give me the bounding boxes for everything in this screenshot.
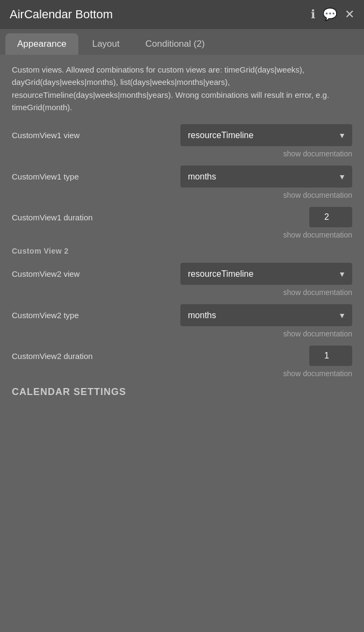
calendar-settings-label: CALENDAR SETTINGS [12, 386, 352, 398]
customview2-type-label: CustomView2 type [12, 311, 79, 320]
customview1-type-select[interactable]: months days weeks years [180, 166, 352, 188]
header: AirCalendar Bottom ℹ 💬 ✕ [0, 0, 364, 29]
comment-icon[interactable]: 💬 [323, 8, 337, 21]
customview1-view-row: CustomView1 view resourceTimeline timeGr… [12, 124, 352, 146]
customview2-section-label: Custom View 2 [12, 247, 352, 255]
info-icon[interactable]: ℹ [311, 8, 315, 21]
customview2-duration-row: CustomView2 duration [12, 346, 352, 366]
description-text: Custom views. Allowed combinations for c… [12, 63, 352, 113]
customview1-duration-input[interactable] [309, 207, 352, 227]
customview1-view-label: CustomView1 view [12, 131, 79, 140]
customview2-duration-doc-link[interactable]: show documentation [12, 369, 352, 378]
customview1-duration-control [180, 207, 352, 227]
header-icons: ℹ 💬 ✕ [311, 8, 354, 21]
customview2-view-row: CustomView2 view resourceTimeline timeGr… [12, 263, 352, 285]
tabs-bar: Appearance Layout Conditional (2) [0, 29, 364, 55]
customview1-view-doc-link[interactable]: show documentation [12, 149, 352, 158]
customview2-view-select[interactable]: resourceTimeline timeGrid dayGrid list [180, 263, 352, 285]
customview1-view-select[interactable]: resourceTimeline timeGrid dayGrid list [180, 124, 352, 146]
customview2-view-label: CustomView2 view [12, 269, 79, 278]
customview2-duration-input[interactable] [309, 346, 352, 366]
close-icon[interactable]: ✕ [345, 8, 354, 21]
customview1-type-doc-link[interactable]: show documentation [12, 191, 352, 199]
customview1-type-label: CustomView1 type [12, 172, 79, 181]
customview2-type-select-wrapper: months days weeks years ▼ [180, 304, 352, 326]
customview1-view-select-wrapper: resourceTimeline timeGrid dayGrid list ▼ [180, 124, 352, 146]
customview1-type-row: CustomView1 type months days weeks years… [12, 166, 352, 188]
customview2-duration-control [180, 346, 352, 366]
customview2-type-doc-link[interactable]: show documentation [12, 329, 352, 338]
content-area: Custom views. Allowed combinations for c… [0, 55, 364, 632]
customview2-view-select-wrapper: resourceTimeline timeGrid dayGrid list ▼ [180, 263, 352, 285]
customview2-type-row: CustomView2 type months days weeks years… [12, 304, 352, 326]
panel-title: AirCalendar Bottom [10, 8, 113, 21]
tab-conditional[interactable]: Conditional (2) [134, 33, 217, 55]
customview2-type-select[interactable]: months days weeks years [180, 304, 352, 326]
customview1-duration-doc-link[interactable]: show documentation [12, 231, 352, 239]
customview2-duration-label: CustomView2 duration [12, 351, 93, 361]
customview2-view-doc-link[interactable]: show documentation [12, 288, 352, 297]
panel: AirCalendar Bottom ℹ 💬 ✕ Appearance Layo… [0, 0, 364, 632]
tab-appearance[interactable]: Appearance [5, 33, 78, 55]
customview1-type-select-wrapper: months days weeks years ▼ [180, 166, 352, 188]
tab-layout[interactable]: Layout [81, 33, 132, 55]
customview1-duration-row: CustomView1 duration [12, 207, 352, 227]
customview1-duration-label: CustomView1 duration [12, 213, 93, 222]
